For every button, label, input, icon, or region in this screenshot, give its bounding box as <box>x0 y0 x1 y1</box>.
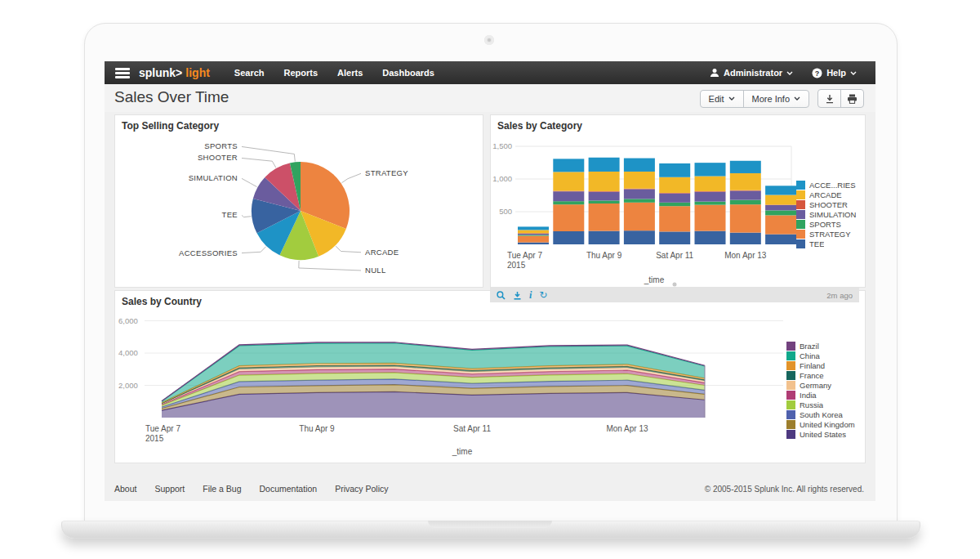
legend-item[interactable]: India <box>786 391 865 400</box>
bar-segment-sports[interactable] <box>765 210 796 215</box>
bar-segment-shooter[interactable] <box>695 191 726 192</box>
hamburger-menu-icon[interactable] <box>115 68 130 78</box>
bar-segment-accessories[interactable] <box>695 163 726 176</box>
download-button[interactable] <box>818 90 840 107</box>
legend-item[interactable]: STRATEGY <box>796 230 865 239</box>
area-band-united-states[interactable] <box>162 391 705 418</box>
bar-segment-shooter[interactable] <box>765 205 796 206</box>
user-menu[interactable]: Administrator <box>710 68 797 78</box>
bar-segment-simulation[interactable] <box>659 194 690 203</box>
bar-segment-shooter[interactable] <box>624 189 655 190</box>
bar-segment-arcade[interactable] <box>518 230 549 233</box>
bar-segment-sports[interactable] <box>659 203 690 206</box>
bar-segment-shooter[interactable] <box>730 190 761 191</box>
bar-segment-arcade[interactable] <box>624 172 655 189</box>
bar-segment-tee[interactable] <box>553 231 584 244</box>
bar-segment-tee[interactable] <box>730 233 761 244</box>
bar-segment-simulation[interactable] <box>553 191 584 201</box>
bar-segment-simulation[interactable] <box>730 190 761 199</box>
legend-item[interactable]: TEE <box>796 239 865 248</box>
bar-segment-accessories[interactable] <box>730 161 761 173</box>
bar-segment-strategy[interactable] <box>553 204 584 231</box>
bar-segment-sports[interactable] <box>624 199 655 202</box>
footer-link[interactable]: Support <box>154 484 185 494</box>
bar-segment-tee[interactable] <box>624 230 655 244</box>
bar-segment-accessories[interactable] <box>765 186 796 195</box>
bar-segment-sports[interactable] <box>695 202 726 205</box>
stacked-area-chart[interactable]: 2,0004,0006,000Tue Apr 72015Thu Apr 9Sat… <box>115 291 865 463</box>
footer-link[interactable]: Documentation <box>260 484 318 494</box>
bar-segment-sports[interactable] <box>553 201 584 204</box>
bar-segment-arcade[interactable] <box>659 177 690 193</box>
bar-segment-simulation[interactable] <box>518 234 549 235</box>
bar-segment-shooter[interactable] <box>553 191 584 192</box>
legend-item[interactable]: SPORTS <box>796 220 865 229</box>
bar-segment-strategy[interactable] <box>695 205 726 231</box>
bar-segment-strategy[interactable] <box>765 215 796 234</box>
open-in-search-button[interactable] <box>497 291 506 300</box>
legend-item[interactable]: Germany <box>786 381 865 390</box>
bar-segment-accessories[interactable] <box>553 159 584 172</box>
bar-segment-sports[interactable] <box>589 200 620 203</box>
footer-link[interactable]: Privacy Policy <box>335 484 388 494</box>
legend-item[interactable]: Brazil <box>786 342 865 351</box>
legend-item[interactable]: ACCE...RIES <box>796 181 865 190</box>
legend-item[interactable]: China <box>786 351 865 360</box>
panel-drag-handle[interactable] <box>673 283 677 287</box>
bar-segment-shooter[interactable] <box>659 193 690 194</box>
legend-item[interactable]: France <box>786 371 865 380</box>
help-menu[interactable]: ? Help <box>812 68 861 78</box>
bar-segment-accessories[interactable] <box>589 158 620 172</box>
bar-segment-tee[interactable] <box>589 231 620 244</box>
legend-item[interactable]: United Kingdom <box>786 420 865 429</box>
bar-segment-simulation[interactable] <box>589 192 620 201</box>
more-info-button[interactable]: More Info <box>743 91 808 107</box>
pie-chart[interactable]: SPORTSSHOOTERSIMULATIONTEEACCESSORIESSTR… <box>115 115 483 287</box>
bar-segment-arcade[interactable] <box>765 195 796 205</box>
pie-label-connector <box>242 178 257 186</box>
bar-segment-arcade[interactable] <box>695 177 726 191</box>
bar-segment-arcade[interactable] <box>553 172 584 190</box>
bar-segment-simulation[interactable] <box>765 205 796 210</box>
legend-item[interactable]: ARCADE <box>796 190 865 199</box>
nav-item-search[interactable]: Search <box>225 61 274 84</box>
nav-item-dashboards[interactable]: Dashboards <box>372 61 444 84</box>
legend-item[interactable]: Russia <box>786 400 865 409</box>
bar-segment-tee[interactable] <box>765 235 796 244</box>
bar-segment-tee[interactable] <box>695 231 726 244</box>
edit-button[interactable]: Edit <box>701 91 743 107</box>
bar-segment-accessories[interactable] <box>624 159 655 172</box>
bar-segment-sports[interactable] <box>730 200 761 205</box>
legend-item[interactable]: Finland <box>786 361 865 370</box>
bar-segment-strategy[interactable] <box>518 236 549 243</box>
legend-item[interactable]: SIMULATION <box>796 210 865 219</box>
bar-segment-tee[interactable] <box>518 243 549 244</box>
export-button[interactable] <box>513 291 522 300</box>
bar-segment-sports[interactable] <box>518 235 549 235</box>
laptop-base-notch <box>428 521 552 528</box>
legend-item[interactable]: United States <box>786 430 865 439</box>
print-button[interactable] <box>840 90 863 107</box>
bar-segment-strategy[interactable] <box>624 203 655 230</box>
bar-segment-strategy[interactable] <box>659 206 690 231</box>
bar-segment-simulation[interactable] <box>624 189 655 199</box>
info-button[interactable]: i <box>529 290 532 300</box>
bar-segment-tee[interactable] <box>659 231 690 244</box>
splunk-logo[interactable]: splunk> <box>139 66 182 79</box>
legend-item[interactable]: South Korea <box>786 410 865 419</box>
footer-link[interactable]: File a Bug <box>203 484 241 494</box>
bar-segment-simulation[interactable] <box>695 192 726 202</box>
bar-segment-arcade[interactable] <box>730 173 761 190</box>
bar-segment-accessories[interactable] <box>518 226 549 230</box>
bar-segment-shooter[interactable] <box>589 191 620 192</box>
bar-segment-strategy[interactable] <box>589 203 620 231</box>
refresh-button[interactable]: ↻ <box>539 290 547 300</box>
footer-link[interactable]: About <box>114 484 136 494</box>
bar-segment-shooter[interactable] <box>518 233 549 234</box>
bar-segment-accessories[interactable] <box>659 163 690 177</box>
bar-segment-strategy[interactable] <box>730 204 761 232</box>
legend-item[interactable]: SHOOTER <box>796 200 865 209</box>
nav-item-reports[interactable]: Reports <box>274 61 328 84</box>
nav-item-alerts[interactable]: Alerts <box>327 61 372 84</box>
bar-segment-arcade[interactable] <box>589 172 620 191</box>
